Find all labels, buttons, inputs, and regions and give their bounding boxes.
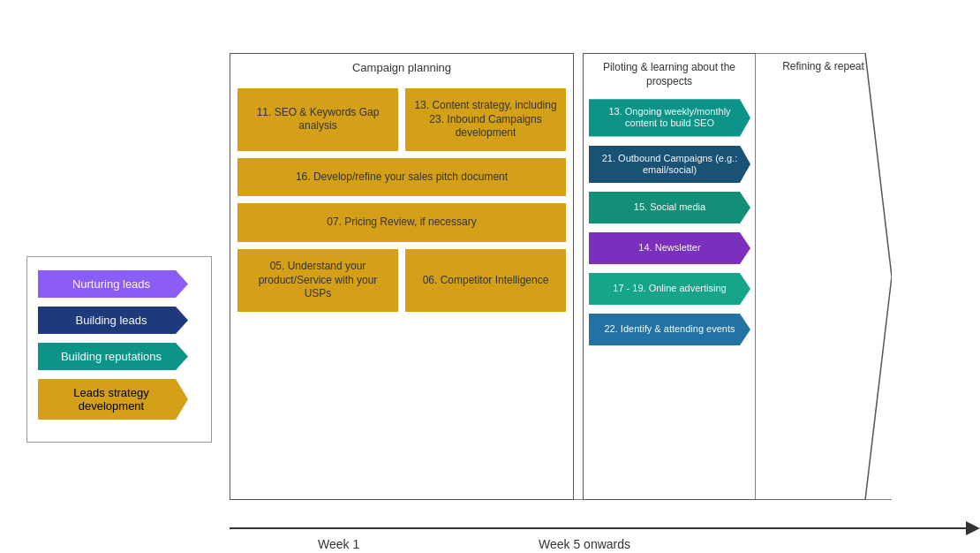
- piloting-item-21: 21. Outbound Campaigns (e.g.: email/soci…: [589, 146, 750, 183]
- refining-area: Refining & repeat: [755, 53, 892, 500]
- reputation-arrow: Building reputations: [38, 343, 188, 370]
- refining-chevron: [755, 53, 892, 500]
- pricing-cell: 07. Pricing Review, if necessary: [237, 203, 566, 242]
- content-cell: 13. Content strategy, including 23. Inbo…: [405, 88, 566, 151]
- understand-cell: 05. Understand your product/Service with…: [237, 249, 398, 312]
- legend-nurturing: Nurturing leads: [38, 270, 200, 298]
- campaign-box: Campaign planning 11. SEO & Keywords Gap…: [230, 53, 574, 500]
- piloting-item-17: 17 - 19. Online advertising: [589, 273, 750, 305]
- competitor-cell: 06. Competitor Intelligence: [405, 249, 566, 312]
- campaign-row-4: 05. Understand your product/Service with…: [237, 249, 566, 312]
- legend-reputation: Building reputations: [38, 343, 200, 370]
- week1-label: Week 1: [318, 537, 359, 551]
- piloting-item-15: 15. Social media: [589, 192, 750, 223]
- piloting-title: Piloting & learning about the prospects: [584, 54, 755, 95]
- legend-building: Building leads: [38, 307, 200, 334]
- campaign-row-2: 16. Develop/refine your sales pitch docu…: [237, 158, 566, 197]
- nurturing-arrow: Nurturing leads: [38, 270, 188, 298]
- seo-cell: 11. SEO & Keywords Gap analysis: [237, 88, 398, 151]
- piloting-item-14: 14. Newsletter: [589, 232, 750, 264]
- piloting-box: Piloting & learning about the prospects …: [583, 53, 755, 500]
- piloting-item-22: 22. Identify & attending events: [589, 314, 750, 345]
- timeline-arrow: [230, 521, 980, 535]
- diagram-area: Campaign planning 11. SEO & Keywords Gap…: [230, 35, 962, 500]
- legend-box: Nurturing leads Building leads Building …: [26, 256, 212, 443]
- legend-leads-strategy: Leads strategy development: [38, 379, 200, 420]
- develop-cell: 16. Develop/refine your sales pitch docu…: [237, 158, 566, 197]
- week5-label: Week 5 onwards: [539, 537, 630, 551]
- svg-marker-0: [755, 53, 892, 500]
- campaign-content: 11. SEO & Keywords Gap analysis 13. Cont…: [230, 81, 573, 319]
- piloting-item-13: 13. Ongoing weekly/monthly content to bu…: [589, 99, 750, 136]
- campaign-row-3: 07. Pricing Review, if necessary: [237, 203, 566, 242]
- main-container: Nurturing leads Building leads Building …: [0, 0, 980, 553]
- campaign-title: Campaign planning: [230, 54, 573, 81]
- building-arrow: Building leads: [38, 307, 188, 334]
- campaign-row-1: 11. SEO & Keywords Gap analysis 13. Cont…: [237, 88, 566, 151]
- piloting-content: 13. Ongoing weekly/monthly content to bu…: [584, 95, 755, 352]
- leads-strategy-arrow: Leads strategy development: [38, 379, 188, 420]
